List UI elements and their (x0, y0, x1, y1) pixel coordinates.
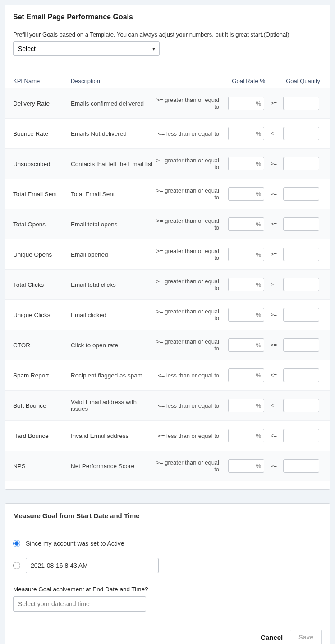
header-kpi-name: KPI Name (13, 78, 71, 84)
goal-quantity-input[interactable] (283, 429, 319, 442)
goal-quantity-input[interactable] (283, 157, 319, 170)
start-date-input[interactable] (26, 558, 159, 573)
goal-rate-input[interactable]: % (228, 429, 264, 442)
goal-quantity-input[interactable] (283, 97, 319, 110)
kpi-name: Unique Opens (13, 251, 71, 258)
cancel-button[interactable]: Cancel (261, 634, 283, 641)
kpi-qty-cell (280, 278, 322, 291)
kpi-row: Soft BounceValid Email address with issu… (5, 391, 330, 421)
header-spacer2 (267, 78, 280, 84)
goal-rate-input[interactable]: % (228, 368, 264, 382)
kpi-description: Contacts that left the Email list (71, 161, 153, 167)
kpi-qty-cell (280, 97, 322, 110)
kpi-qty-cell (280, 187, 322, 201)
goal-quantity-input[interactable] (283, 399, 319, 412)
kpi-qty-cell (280, 399, 322, 412)
kpi-rate-cell: % (225, 127, 267, 140)
kpi-operator-symbol: >= (267, 312, 280, 318)
kpi-operator-text: >= greater than or equal to (153, 187, 225, 201)
kpi-name: Delivery Rate (13, 100, 71, 107)
radio-row-date (13, 552, 322, 579)
radio-since-active[interactable] (13, 540, 20, 547)
kpi-row: Unique OpensEmail opened>= greater than … (5, 239, 330, 270)
kpi-operator-text: <= less than or equal to (153, 432, 225, 439)
kpi-description: Total Email Sent (71, 191, 153, 198)
goal-rate-input[interactable]: % (228, 97, 264, 110)
goal-quantity-input[interactable] (283, 187, 319, 201)
kpi-description: Emails confirmed delivered (71, 100, 153, 107)
kpi-qty-cell (280, 368, 322, 382)
kpi-row: Total OpensEmail total opens>= greater t… (5, 209, 330, 239)
kpi-name: Spam Report (13, 372, 71, 379)
kpi-name: Total Clicks (13, 281, 71, 288)
end-date-input[interactable] (13, 596, 146, 612)
kpi-qty-cell (280, 217, 322, 231)
measure-panel: Measure Goal from Start Date and Time Si… (5, 503, 330, 644)
kpi-rate-cell: % (225, 308, 267, 322)
header-goal-rate: Goal Rate % (225, 78, 267, 84)
goal-rate-input[interactable]: % (228, 278, 264, 291)
goal-rate-input[interactable]: % (228, 127, 264, 140)
kpi-rate-cell: % (225, 368, 267, 382)
kpi-row: Unique ClicksEmail clicked>= greater tha… (5, 300, 330, 330)
goal-quantity-input[interactable] (283, 368, 319, 382)
kpi-row: Total Email SentTotal Email Sent>= great… (5, 179, 330, 209)
goal-quantity-input[interactable] (283, 278, 319, 291)
prefill-instructions: Prefill your Goals based on a Template. … (13, 26, 322, 41)
kpi-row: NPSNet Performance Score>= greater than … (5, 451, 330, 481)
kpi-rate-cell: % (225, 97, 267, 110)
kpi-operator-symbol: >= (267, 281, 280, 288)
kpi-name: Hard Bounce (13, 432, 71, 439)
kpi-description: Email opened (71, 251, 153, 258)
header-spacer (153, 78, 225, 84)
kpi-qty-cell (280, 127, 322, 140)
save-button[interactable]: Save (290, 630, 322, 644)
panel-title: Set Email Page Performance Goals (5, 5, 330, 26)
kpi-description: Email total opens (71, 221, 153, 228)
kpi-description: Net Performance Score (71, 463, 153, 469)
kpi-row: CTORClick to open rate>= greater than or… (5, 330, 330, 360)
goal-rate-input[interactable]: % (228, 338, 264, 352)
header-description: Description (71, 78, 153, 84)
radio-since-active-label: Since my account was set to Active (26, 540, 124, 547)
goal-rate-input[interactable]: % (228, 217, 264, 231)
kpi-description: Email clicked (71, 312, 153, 318)
kpi-qty-cell (280, 157, 322, 170)
goal-quantity-input[interactable] (283, 248, 319, 261)
kpi-rate-cell: % (225, 187, 267, 201)
goal-quantity-input[interactable] (283, 217, 319, 231)
goal-rate-input[interactable]: % (228, 248, 264, 261)
end-date-label: Measure Goal achivement at End Date and … (13, 579, 322, 596)
kpi-operator-symbol: <= (267, 372, 280, 378)
kpi-operator-text: <= less than or equal to (153, 130, 225, 137)
goal-rate-input[interactable]: % (228, 187, 264, 201)
goal-quantity-input[interactable] (283, 127, 319, 140)
kpi-operator-symbol: <= (267, 130, 280, 137)
kpi-operator-text: >= greater than or equal to (153, 157, 225, 170)
kpi-description: Invalid Email address (71, 432, 153, 439)
actions-bar: Cancel Save (13, 612, 322, 644)
kpi-qty-cell (280, 429, 322, 442)
goal-rate-input[interactable]: % (228, 459, 264, 473)
kpi-name: Unique Clicks (13, 312, 71, 318)
kpi-rate-cell: % (225, 217, 267, 231)
goal-rate-input[interactable]: % (228, 157, 264, 170)
kpi-operator-symbol: <= (267, 402, 280, 409)
kpi-rate-cell: % (225, 338, 267, 352)
kpi-operator-text: >= greater than or equal to (153, 217, 225, 231)
template-select[interactable]: Select (13, 41, 160, 56)
goal-rate-input[interactable]: % (228, 308, 264, 322)
kpi-row: Spam ReportRecipient flagged as spam<= l… (5, 360, 330, 391)
goal-rate-input[interactable]: % (228, 399, 264, 412)
kpi-name: Total Opens (13, 221, 71, 228)
radio-custom-date[interactable] (13, 562, 20, 569)
goals-panel: Set Email Page Performance Goals Prefill… (5, 5, 330, 490)
kpi-table: KPI Name Description Goal Rate % Goal Qu… (13, 74, 322, 481)
kpi-operator-symbol: >= (267, 221, 280, 227)
kpi-rate-cell: % (225, 459, 267, 473)
goal-quantity-input[interactable] (283, 308, 319, 322)
goal-quantity-input[interactable] (283, 338, 319, 352)
kpi-qty-cell (280, 308, 322, 322)
kpi-row: Total ClicksEmail total clicks>= greater… (5, 270, 330, 300)
goal-quantity-input[interactable] (283, 459, 319, 473)
